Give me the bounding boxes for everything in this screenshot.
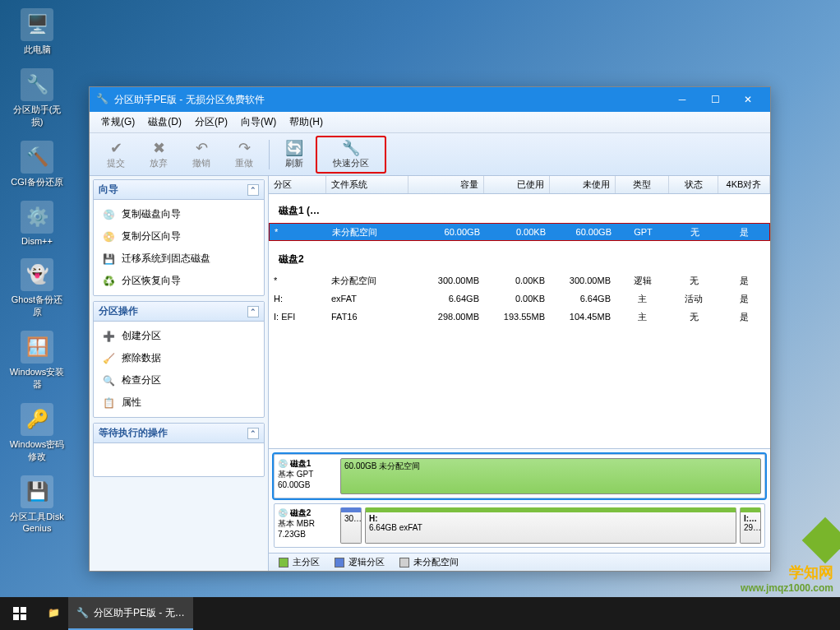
- desktop-icon-image: 🪟: [21, 331, 53, 364]
- close-button[interactable]: ✕: [732, 90, 764, 109]
- collapse-icon[interactable]: ⌃: [247, 184, 259, 196]
- legend-label: 主分区: [293, 556, 320, 568]
- toolbar-刷新[interactable]: 🔄刷新: [273, 136, 316, 174]
- toolbar-label: 重做: [235, 157, 253, 169]
- table-row[interactable]: *未分配空间300.00MB0.00KB300.00MB逻辑无是: [269, 271, 770, 290]
- sidebar-item-label: 属性: [122, 396, 141, 410]
- menu-item[interactable]: 常规(G): [95, 112, 141, 132]
- toolbar-提交: ✔提交: [95, 136, 137, 174]
- sidebar-item[interactable]: ♻️分区恢复向导: [94, 270, 264, 292]
- column-header[interactable]: 已使用: [484, 176, 550, 193]
- desktop-icon-image: 💾: [21, 475, 53, 508]
- column-header[interactable]: 类型: [616, 176, 669, 193]
- disk-viz-row[interactable]: 💿 磁盘2基本 MBR7.23GB30…H:6.64GB exFATI:…29…: [274, 503, 765, 548]
- column-header[interactable]: 文件系统: [326, 176, 408, 193]
- sidebar-item[interactable]: 💾迁移系统到固态磁盘: [94, 248, 264, 270]
- wizard-panel-title: 向导: [99, 183, 118, 197]
- sidebar-item[interactable]: ➕创建分区: [94, 325, 264, 347]
- table-header: 分区文件系统容量已使用未使用类型状态4KB对齐: [269, 176, 770, 194]
- pending-title: 等待执行的操作: [99, 426, 168, 440]
- menu-item[interactable]: 向导(W): [234, 112, 283, 132]
- table-cell: 主: [616, 293, 669, 305]
- sidebar-item[interactable]: 📋属性: [94, 391, 264, 414]
- table-row[interactable]: I: EFIFAT16298.00MB193.55MB104.45MB主无是: [269, 308, 770, 326]
- desktop-icon-label: 分区工具DiskGenius: [8, 511, 66, 533]
- table-cell: 未分配空间: [327, 226, 409, 239]
- partition-ops-title: 分区操作: [99, 304, 138, 318]
- sidebar-item[interactable]: 💿复制磁盘向导: [94, 203, 264, 225]
- desktop-icon-5[interactable]: 🪟Windows安装器: [8, 331, 66, 391]
- table-row[interactable]: *未分配空间60.00GB0.00KB60.00GBGPT无是: [269, 223, 770, 241]
- desktop-icon-3[interactable]: ⚙️Dism++: [8, 201, 66, 246]
- desktop-icon-1[interactable]: 🔧分区助手(无损): [8, 68, 66, 128]
- column-header[interactable]: 容量: [408, 176, 484, 193]
- table-cell: 60.00GB: [409, 227, 485, 237]
- desktop-icon-label: Dism++: [21, 236, 53, 246]
- partition-table[interactable]: 磁盘1 (…*未分配空间60.00GB0.00KB60.00GBGPT无是磁盘2…: [269, 194, 770, 448]
- desktop-icon-4[interactable]: 👻Ghost备份还原: [8, 258, 66, 318]
- toolbar-icon: ✖: [153, 139, 165, 157]
- toolbar-撤销: ↶撤销: [180, 136, 223, 174]
- table-cell: exFAT: [326, 294, 408, 303]
- collapse-icon[interactable]: ⌃: [247, 306, 259, 317]
- desktop-icon-2[interactable]: 🔨CGI备份还原: [8, 141, 66, 188]
- menu-item[interactable]: 磁盘(D): [141, 112, 188, 132]
- desktop-icon-label: Windows密码修改: [8, 438, 66, 463]
- column-header[interactable]: 分区: [269, 176, 326, 193]
- disk-viz-row[interactable]: 💿 磁盘1基本 GPT60.00GB60.00GB 未分配空间: [274, 454, 765, 498]
- desktop-icon-7[interactable]: 💾分区工具DiskGenius: [8, 475, 66, 533]
- menu-item[interactable]: 分区(P): [188, 112, 234, 132]
- sidebar-item-label: 分区恢复向导: [122, 274, 181, 288]
- minimize-button[interactable]: ─: [667, 90, 698, 109]
- start-button[interactable]: [0, 597, 39, 630]
- table-cell: I: EFI: [269, 312, 326, 322]
- toolbar-label: 快速分区: [333, 157, 369, 169]
- disk-bar[interactable]: 30…: [340, 507, 362, 544]
- table-cell: 活动: [669, 293, 718, 305]
- column-header[interactable]: 未使用: [550, 176, 616, 193]
- sidebar-item-label: 复制磁盘向导: [122, 207, 181, 221]
- sidebar-item[interactable]: 🔍检查分区: [94, 369, 264, 391]
- desktop-icon-6[interactable]: 🔑Windows密码修改: [8, 403, 66, 463]
- column-header[interactable]: 4KB对齐: [718, 176, 770, 193]
- desktop-icon-0[interactable]: 🖥️此电脑: [8, 8, 66, 56]
- taskbar-item-icon: 🔧: [76, 607, 89, 618]
- desktop-icon-label: CGI备份还原: [11, 176, 63, 188]
- sidebar-item-icon: 💿: [102, 208, 115, 221]
- desktop-icon-image: ⚙️: [21, 201, 53, 234]
- disk-info: 💿 磁盘2基本 MBR7.23GB: [278, 507, 335, 544]
- partition-ops-panel: 分区操作 ⌃ ➕创建分区🧹擦除数据🔍检查分区📋属性: [93, 301, 265, 418]
- menu-item[interactable]: 帮助(H): [283, 112, 330, 132]
- taskbar-item[interactable]: 🔧分区助手PE版 - 无…: [68, 597, 193, 630]
- legend-item: 主分区: [279, 556, 320, 568]
- disk-group-title[interactable]: 磁盘1 (…: [269, 199, 770, 223]
- pending-panel: 等待执行的操作 ⌃: [93, 423, 265, 477]
- sidebar-item[interactable]: 🧹擦除数据: [94, 347, 264, 369]
- table-cell: 60.00GB: [551, 227, 616, 237]
- menu-bar: 常规(G)磁盘(D)分区(P)向导(W)帮助(H): [90, 112, 770, 133]
- sidebar-item-icon: 📋: [102, 396, 115, 410]
- table-row[interactable]: H:exFAT6.64GB0.00KB6.64GB主活动是: [269, 290, 770, 308]
- app-icon: 🔧: [96, 93, 109, 106]
- legend-item: 未分配空间: [399, 556, 459, 568]
- window-title: 分区助手PE版 - 无损分区免费软件: [114, 93, 667, 107]
- taskbar-item[interactable]: 📁: [39, 597, 68, 630]
- collapse-icon[interactable]: ⌃: [247, 428, 259, 439]
- title-bar[interactable]: 🔧 分区助手PE版 - 无损分区免费软件 ─ ☐ ✕: [90, 87, 770, 112]
- table-cell: 无: [669, 275, 718, 287]
- legend-swatch: [399, 558, 409, 567]
- table-cell: 193.55MB: [484, 312, 550, 322]
- disk-bar[interactable]: 60.00GB 未分配空间: [340, 458, 761, 494]
- desktop-icon-label: 分区助手(无损): [8, 104, 66, 128]
- column-header[interactable]: 状态: [669, 176, 718, 193]
- taskbar: 📁🔧分区助手PE版 - 无…: [0, 597, 840, 630]
- sidebar-item-label: 迁移系统到固态磁盘: [122, 252, 210, 266]
- desktop-icon-image: 👻: [21, 258, 53, 291]
- disk-bar[interactable]: H:6.64GB exFAT: [365, 507, 736, 544]
- toolbar-快速分区[interactable]: 🔧快速分区: [316, 136, 386, 174]
- sidebar-item-label: 检查分区: [122, 373, 161, 387]
- maximize-button[interactable]: ☐: [699, 90, 731, 109]
- toolbar: ✔提交✖放弃↶撤销↷重做🔄刷新🔧快速分区: [90, 133, 770, 176]
- sidebar-item[interactable]: 📀复制分区向导: [94, 225, 264, 248]
- disk-group-title[interactable]: 磁盘2: [269, 248, 770, 271]
